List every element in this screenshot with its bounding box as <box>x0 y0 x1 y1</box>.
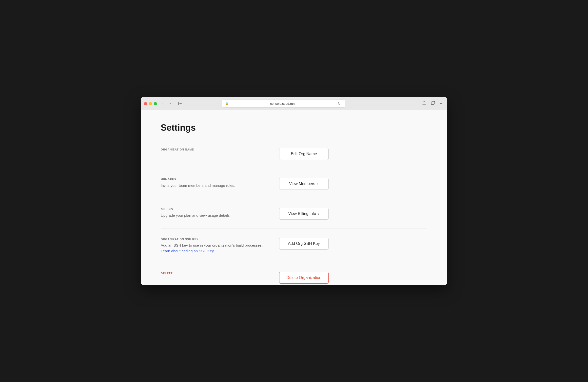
svg-rect-3 <box>179 105 182 105</box>
maximize-button[interactable] <box>154 102 157 105</box>
org-name-action: Edit Org Name <box>264 148 329 160</box>
ssh-key-info: ORGANIZATION SSH KEY Add an SSH key to u… <box>161 238 264 254</box>
ssh-key-description: Add an SSH key to use in your organizati… <box>161 243 264 254</box>
members-action: View Members › <box>264 178 329 190</box>
svg-rect-1 <box>179 102 182 102</box>
refresh-button[interactable]: ↻ <box>336 101 342 106</box>
url-text: console.seed.run <box>230 102 335 106</box>
delete-section: DELETE Delete Organization <box>161 263 427 285</box>
page-title: Settings <box>161 123 427 133</box>
view-members-button[interactable]: View Members › <box>279 178 329 190</box>
delete-org-button[interactable]: Delete Organization <box>279 272 329 284</box>
delete-action: Delete Organization <box>264 272 329 284</box>
ssh-key-learn-link[interactable]: Learn about adding an SSH Key. <box>161 249 214 253</box>
svg-rect-2 <box>179 103 182 104</box>
traffic-lights <box>144 102 157 105</box>
billing-info: BILLING Upgrade your plan and view usage… <box>161 208 264 218</box>
svg-rect-5 <box>432 101 435 104</box>
view-members-label: View Members <box>289 182 315 186</box>
ssh-key-label: ORGANIZATION SSH KEY <box>161 238 264 241</box>
add-ssh-key-button[interactable]: Add Org SSH Key <box>279 238 329 249</box>
billing-action: View Billing Info › <box>264 208 329 220</box>
view-billing-button[interactable]: View Billing Info › <box>279 208 329 220</box>
chevron-icon: › <box>317 182 318 186</box>
forward-button[interactable]: › <box>167 101 174 107</box>
billing-chevron-icon: › <box>318 211 319 216</box>
browser-chrome: ‹ › 🔒 console.seed.run ↻ <box>141 97 447 110</box>
members-description: Invite your team members and manage role… <box>161 183 264 189</box>
members-info: MEMBERS Invite your team members and man… <box>161 178 264 189</box>
duplicate-tab-button[interactable] <box>429 100 437 107</box>
members-label: MEMBERS <box>161 178 264 181</box>
edit-org-name-button[interactable]: Edit Org Name <box>279 148 329 160</box>
browser-actions: + <box>420 100 444 107</box>
svg-rect-0 <box>178 102 179 105</box>
lock-icon: 🔒 <box>225 102 229 105</box>
minimize-button[interactable] <box>149 102 152 105</box>
ssh-key-action: Add Org SSH Key <box>264 238 329 249</box>
sidebar-toggle-button[interactable] <box>176 101 183 107</box>
browser-window: ‹ › 🔒 console.seed.run ↻ <box>141 97 447 285</box>
view-billing-label: View Billing Info <box>288 211 316 216</box>
org-name-label: ORGANIZATION NAME <box>161 148 264 151</box>
address-bar[interactable]: 🔒 console.seed.run ↻ <box>222 100 345 108</box>
share-button[interactable] <box>420 100 428 107</box>
delete-label: DELETE <box>161 272 264 275</box>
back-button[interactable]: ‹ <box>159 101 166 107</box>
billing-label: BILLING <box>161 208 264 211</box>
close-button[interactable] <box>144 102 147 105</box>
org-name-section: ORGANIZATION NAME Edit Org Name <box>161 139 427 169</box>
billing-description: Upgrade your plan and view usage details… <box>161 213 264 218</box>
org-name-info: ORGANIZATION NAME <box>161 148 264 153</box>
page-content: Settings ORGANIZATION NAME Edit Org Name… <box>141 110 447 285</box>
billing-section: BILLING Upgrade your plan and view usage… <box>161 199 427 229</box>
ssh-key-section: ORGANIZATION SSH KEY Add an SSH key to u… <box>161 229 427 263</box>
nav-buttons: ‹ › <box>159 101 174 107</box>
delete-info: DELETE <box>161 272 264 277</box>
members-section: MEMBERS Invite your team members and man… <box>161 169 427 199</box>
new-tab-button[interactable]: + <box>438 100 444 107</box>
ssh-key-description-text: Add an SSH key to use in your organizati… <box>161 243 263 247</box>
